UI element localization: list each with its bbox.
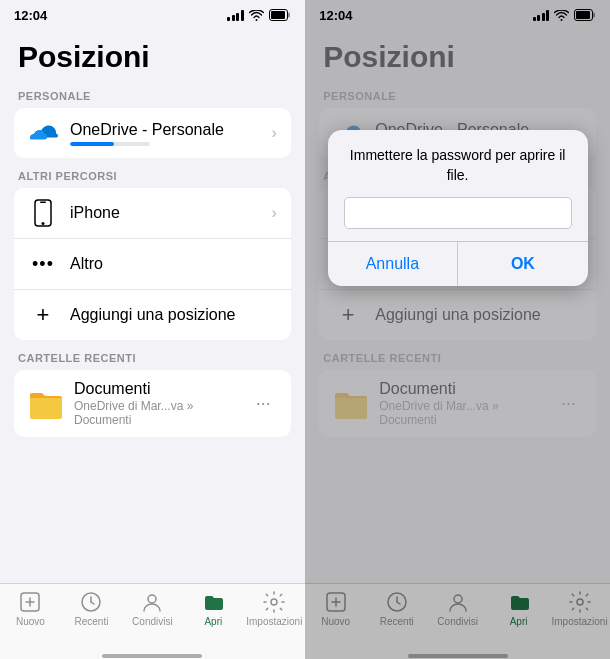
tab-recenti-left[interactable]: Recenti bbox=[61, 590, 122, 627]
section-header-personale-left: PERSONALE bbox=[0, 80, 305, 106]
recent-more-left[interactable]: ··· bbox=[250, 393, 277, 414]
nuovo-label-left: Nuovo bbox=[16, 616, 45, 627]
apri-icon-left bbox=[201, 590, 225, 614]
dialog-ok-button[interactable]: OK bbox=[458, 242, 588, 286]
tab-apri-left[interactable]: Apri bbox=[183, 590, 244, 627]
dialog-buttons: Annulla OK bbox=[328, 241, 588, 286]
time-left: 12:04 bbox=[14, 8, 47, 23]
home-indicator-left bbox=[0, 653, 305, 659]
svg-rect-4 bbox=[40, 202, 46, 204]
impostazioni-icon-left bbox=[262, 590, 286, 614]
onedrive-icon-left bbox=[28, 118, 58, 148]
left-screen: 12:04 Posizioni bbox=[0, 0, 305, 659]
svg-line-11 bbox=[91, 602, 94, 604]
altro-label-left: Altro bbox=[70, 255, 277, 273]
page-title-left: Posizioni bbox=[0, 30, 305, 80]
onedrive-item-left[interactable]: OneDrive - Personale › bbox=[14, 108, 291, 158]
content-left: Posizioni PERSONALE OneDrive - Personale bbox=[0, 30, 305, 583]
apri-label-left: Apri bbox=[204, 616, 222, 627]
iphone-label-left: iPhone bbox=[70, 204, 271, 222]
section-header-altri-left: ALTRI PERCORSI bbox=[0, 160, 305, 186]
impostazioni-label-left: Impostazioni bbox=[246, 616, 302, 627]
condivisi-label-left: Condivisi bbox=[132, 616, 173, 627]
svg-rect-1 bbox=[271, 11, 285, 19]
altro-item-left[interactable]: ••• Altro bbox=[14, 239, 291, 290]
aggiungi-label-left: Aggiungi una posizione bbox=[70, 306, 277, 324]
tab-nuovo-left[interactable]: Nuovo bbox=[0, 590, 61, 627]
tab-condivisi-left[interactable]: Condivisi bbox=[122, 590, 183, 627]
condivisi-icon-left bbox=[140, 590, 164, 614]
svg-point-12 bbox=[148, 595, 156, 603]
personale-list-left: OneDrive - Personale › bbox=[14, 108, 291, 158]
tab-impostazioni-left[interactable]: Impostazioni bbox=[244, 590, 305, 627]
dialog-cancel-button[interactable]: Annulla bbox=[328, 242, 459, 286]
dialog-overlay: Immettere la password per aprire il file… bbox=[305, 0, 610, 659]
dialog-body: Immettere la password per aprire il file… bbox=[328, 146, 588, 241]
onedrive-chevron-left: › bbox=[271, 124, 276, 142]
documenti-info-left: Documenti OneDrive di Mar...va » Documen… bbox=[74, 380, 250, 427]
dialog-message: Immettere la password per aprire il file… bbox=[344, 146, 572, 185]
onedrive-progress-left bbox=[70, 142, 150, 146]
svg-point-5 bbox=[42, 222, 45, 225]
add-icon-left: + bbox=[28, 300, 58, 330]
battery-icon-left bbox=[269, 9, 291, 21]
status-bar-left: 12:04 bbox=[0, 0, 305, 30]
recenti-label-left: Recenti bbox=[74, 616, 108, 627]
dots-icon-left: ••• bbox=[28, 249, 58, 279]
recent-list-left: Documenti OneDrive di Mar...va » Documen… bbox=[14, 370, 291, 437]
recent-header-left: CARTELLE RECENTI bbox=[0, 342, 305, 368]
iphone-chevron-left: › bbox=[271, 204, 276, 222]
password-input[interactable] bbox=[344, 197, 572, 229]
recenti-icon-left bbox=[79, 590, 103, 614]
password-dialog: Immettere la password per aprire il file… bbox=[328, 130, 588, 286]
wifi-icon-left bbox=[249, 10, 264, 21]
aggiungi-item-left[interactable]: + Aggiungi una posizione bbox=[14, 290, 291, 340]
svg-rect-2 bbox=[288, 13, 290, 18]
status-icons-left bbox=[227, 9, 291, 21]
iphone-item-left[interactable]: iPhone › bbox=[14, 188, 291, 239]
documenti-item-left[interactable]: Documenti OneDrive di Mar...va » Documen… bbox=[14, 370, 291, 437]
altri-list-left: iPhone › ••• Altro + Aggiungi una posizi… bbox=[14, 188, 291, 340]
nuovo-icon-left bbox=[18, 590, 42, 614]
documenti-path-left: OneDrive di Mar...va » Documenti bbox=[74, 399, 250, 427]
folder-icon-left bbox=[28, 389, 64, 419]
tab-bar-left: Nuovo Recenti Condivisi bbox=[0, 583, 305, 653]
onedrive-label-left: OneDrive - Personale bbox=[70, 121, 271, 139]
right-screen: 12:04 Posizioni PERSONALE bbox=[305, 0, 610, 659]
signal-left bbox=[227, 10, 244, 21]
svg-point-13 bbox=[271, 599, 277, 605]
documenti-name-left: Documenti bbox=[74, 380, 250, 398]
iphone-icon-left bbox=[28, 198, 58, 228]
